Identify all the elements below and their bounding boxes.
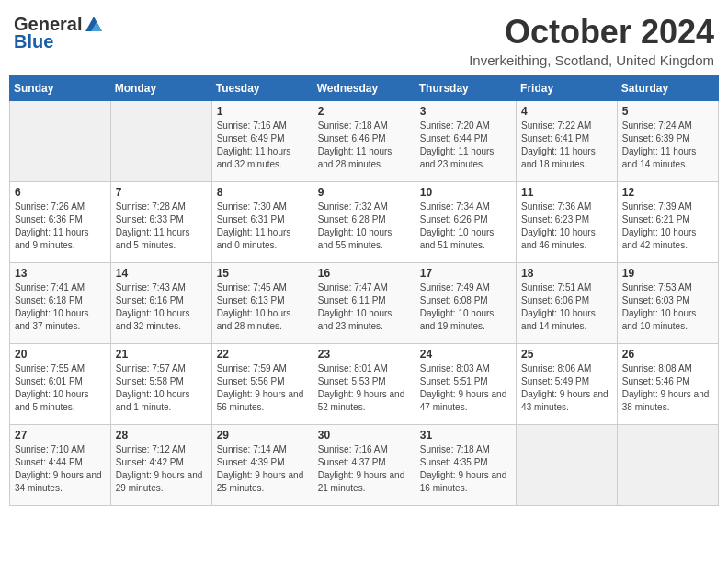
day-number: 1 [217, 105, 308, 118]
day-number: 3 [420, 105, 511, 118]
calendar-cell: 22Sunrise: 7:59 AMSunset: 5:56 PMDayligh… [211, 343, 313, 424]
day-info: Sunrise: 8:06 AMSunset: 5:49 PMDaylight:… [521, 362, 612, 414]
day-info: Sunrise: 8:01 AMSunset: 5:53 PMDaylight:… [318, 362, 410, 414]
calendar-cell: 1Sunrise: 7:16 AMSunset: 6:49 PMDaylight… [211, 100, 313, 181]
calendar-cell: 6Sunrise: 7:26 AMSunset: 6:36 PMDaylight… [10, 181, 111, 262]
day-info: Sunrise: 7:55 AMSunset: 6:01 PMDaylight:… [15, 362, 106, 414]
day-number: 25 [521, 348, 612, 361]
calendar-cell: 26Sunrise: 8:08 AMSunset: 5:46 PMDayligh… [617, 343, 718, 424]
calendar-cell: 2Sunrise: 7:18 AMSunset: 6:46 PMDaylight… [313, 100, 415, 181]
calendar-cell: 24Sunrise: 8:03 AMSunset: 5:51 PMDayligh… [415, 343, 516, 424]
day-number: 31 [420, 429, 511, 442]
day-info: Sunrise: 7:32 AMSunset: 6:28 PMDaylight:… [318, 201, 410, 252]
weekday-header: Saturday [617, 75, 718, 100]
day-info: Sunrise: 7:18 AMSunset: 6:46 PMDaylight:… [318, 120, 410, 171]
calendar-cell: 20Sunrise: 7:55 AMSunset: 6:01 PMDayligh… [10, 343, 111, 424]
day-number: 28 [116, 429, 207, 442]
day-number: 5 [622, 105, 713, 118]
calendar-cell: 7Sunrise: 7:28 AMSunset: 6:33 PMDaylight… [110, 181, 211, 262]
logo-blue: Blue [14, 31, 53, 52]
calendar-week-row: 6Sunrise: 7:26 AMSunset: 6:36 PMDaylight… [10, 181, 719, 262]
weekday-header: Tuesday [211, 75, 313, 100]
day-info: Sunrise: 7:12 AMSunset: 4:42 PMDaylight:… [116, 443, 207, 495]
calendar-cell: 18Sunrise: 7:51 AMSunset: 6:06 PMDayligh… [517, 262, 618, 343]
calendar-cell: 5Sunrise: 7:24 AMSunset: 6:39 PMDaylight… [617, 100, 718, 181]
day-number: 24 [420, 348, 511, 361]
calendar-cell: 11Sunrise: 7:36 AMSunset: 6:23 PMDayligh… [517, 181, 618, 262]
calendar-cell: 15Sunrise: 7:45 AMSunset: 6:13 PMDayligh… [211, 262, 313, 343]
day-info: Sunrise: 7:28 AMSunset: 6:33 PMDaylight:… [116, 201, 207, 252]
calendar-cell [110, 100, 211, 181]
calendar-cell: 4Sunrise: 7:22 AMSunset: 6:41 PMDaylight… [517, 100, 618, 181]
calendar-cell: 10Sunrise: 7:34 AMSunset: 6:26 PMDayligh… [415, 181, 516, 262]
page-header: General Blue October 2024 Inverkeithing,… [9, 9, 719, 68]
calendar-cell: 9Sunrise: 7:32 AMSunset: 6:28 PMDaylight… [313, 181, 415, 262]
day-info: Sunrise: 7:43 AMSunset: 6:16 PMDaylight:… [116, 282, 207, 333]
day-number: 11 [521, 186, 612, 199]
calendar-cell: 25Sunrise: 8:06 AMSunset: 5:49 PMDayligh… [517, 343, 618, 424]
day-number: 26 [622, 348, 713, 361]
day-info: Sunrise: 7:16 AMSunset: 6:49 PMDaylight:… [217, 120, 308, 171]
day-info: Sunrise: 7:30 AMSunset: 6:31 PMDaylight:… [217, 201, 308, 252]
month-title: October 2024 [469, 14, 714, 51]
day-number: 29 [217, 429, 308, 442]
weekday-header-row: SundayMondayTuesdayWednesdayThursdayFrid… [10, 75, 719, 100]
logo: General Blue [14, 14, 104, 52]
day-info: Sunrise: 7:53 AMSunset: 6:03 PMDaylight:… [622, 282, 713, 333]
weekday-header: Sunday [10, 75, 111, 100]
day-number: 6 [15, 186, 106, 199]
day-info: Sunrise: 7:22 AMSunset: 6:41 PMDaylight:… [521, 120, 612, 171]
day-info: Sunrise: 8:08 AMSunset: 5:46 PMDaylight:… [622, 362, 713, 414]
calendar-cell: 27Sunrise: 7:10 AMSunset: 4:44 PMDayligh… [10, 424, 111, 505]
day-number: 19 [622, 267, 713, 280]
logo-icon [84, 15, 104, 35]
day-info: Sunrise: 7:20 AMSunset: 6:44 PMDaylight:… [420, 120, 511, 171]
weekday-header: Wednesday [313, 75, 415, 100]
day-info: Sunrise: 7:10 AMSunset: 4:44 PMDaylight:… [15, 443, 106, 495]
day-number: 4 [521, 105, 612, 118]
calendar-week-row: 20Sunrise: 7:55 AMSunset: 6:01 PMDayligh… [10, 343, 719, 424]
day-number: 10 [420, 186, 511, 199]
location: Inverkeithing, Scotland, United Kingdom [469, 52, 714, 68]
calendar-cell: 14Sunrise: 7:43 AMSunset: 6:16 PMDayligh… [110, 262, 211, 343]
day-number: 15 [217, 267, 308, 280]
day-number: 9 [318, 186, 410, 199]
day-number: 27 [15, 429, 106, 442]
day-number: 20 [15, 348, 106, 361]
day-info: Sunrise: 7:57 AMSunset: 5:58 PMDaylight:… [116, 362, 207, 414]
day-info: Sunrise: 7:18 AMSunset: 4:35 PMDaylight:… [420, 443, 511, 495]
calendar-cell: 3Sunrise: 7:20 AMSunset: 6:44 PMDaylight… [415, 100, 516, 181]
calendar-week-row: 1Sunrise: 7:16 AMSunset: 6:49 PMDaylight… [10, 100, 719, 181]
day-number: 12 [622, 186, 713, 199]
day-info: Sunrise: 7:16 AMSunset: 4:37 PMDaylight:… [318, 443, 410, 495]
day-number: 13 [15, 267, 106, 280]
day-number: 21 [116, 348, 207, 361]
day-info: Sunrise: 7:36 AMSunset: 6:23 PMDaylight:… [521, 201, 612, 252]
calendar-cell: 23Sunrise: 8:01 AMSunset: 5:53 PMDayligh… [313, 343, 415, 424]
day-number: 18 [521, 267, 612, 280]
day-number: 16 [318, 267, 410, 280]
day-info: Sunrise: 7:14 AMSunset: 4:39 PMDaylight:… [217, 443, 308, 495]
calendar-cell [617, 424, 718, 505]
calendar-table: SundayMondayTuesdayWednesdayThursdayFrid… [9, 75, 719, 506]
day-info: Sunrise: 7:49 AMSunset: 6:08 PMDaylight:… [420, 282, 511, 333]
day-info: Sunrise: 7:34 AMSunset: 6:26 PMDaylight:… [420, 201, 511, 252]
calendar-cell: 12Sunrise: 7:39 AMSunset: 6:21 PMDayligh… [617, 181, 718, 262]
weekday-header: Thursday [415, 75, 516, 100]
calendar-cell: 28Sunrise: 7:12 AMSunset: 4:42 PMDayligh… [110, 424, 211, 505]
weekday-header: Monday [110, 75, 211, 100]
day-info: Sunrise: 7:39 AMSunset: 6:21 PMDaylight:… [622, 201, 713, 252]
calendar-cell: 21Sunrise: 7:57 AMSunset: 5:58 PMDayligh… [110, 343, 211, 424]
day-number: 14 [116, 267, 207, 280]
calendar-cell: 30Sunrise: 7:16 AMSunset: 4:37 PMDayligh… [313, 424, 415, 505]
day-number: 30 [318, 429, 410, 442]
calendar-week-row: 27Sunrise: 7:10 AMSunset: 4:44 PMDayligh… [10, 424, 719, 505]
day-info: Sunrise: 7:47 AMSunset: 6:11 PMDaylight:… [318, 282, 410, 333]
title-section: October 2024 Inverkeithing, Scotland, Un… [469, 14, 714, 68]
day-info: Sunrise: 7:45 AMSunset: 6:13 PMDaylight:… [217, 282, 308, 333]
calendar-cell: 13Sunrise: 7:41 AMSunset: 6:18 PMDayligh… [10, 262, 111, 343]
day-number: 23 [318, 348, 410, 361]
calendar-cell: 19Sunrise: 7:53 AMSunset: 6:03 PMDayligh… [617, 262, 718, 343]
calendar-cell: 31Sunrise: 7:18 AMSunset: 4:35 PMDayligh… [415, 424, 516, 505]
day-info: Sunrise: 7:26 AMSunset: 6:36 PMDaylight:… [15, 201, 106, 252]
